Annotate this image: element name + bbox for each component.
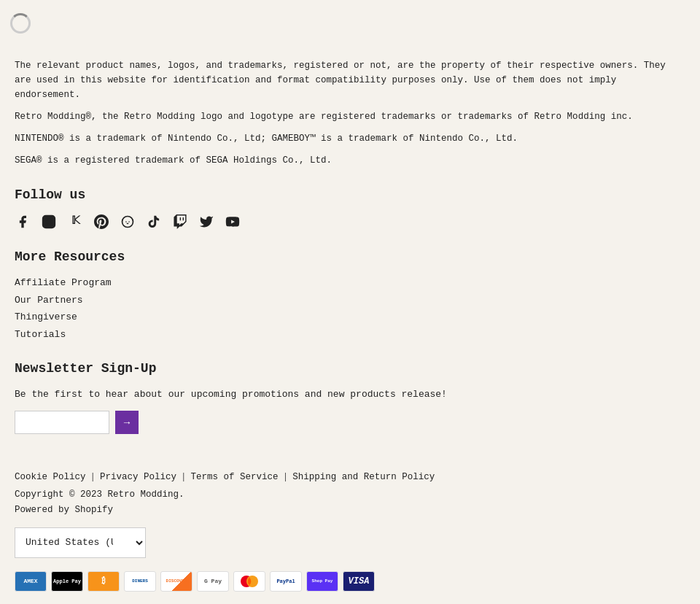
legal-text-3: NINTENDO® is a trademark of Nintendo Co.… (15, 131, 685, 146)
more-resources-list: Affiliate Program Our Partners Thingiver… (15, 276, 685, 341)
legal-text-2: Retro Modding®, the Retro Modding logo a… (15, 109, 685, 124)
newsletter-form (15, 411, 685, 434)
terms-of-service-link[interactable]: Terms of Service (191, 471, 279, 484)
shopify-link[interactable]: Powered by Shopify (15, 505, 113, 515)
reddit-icon[interactable] (120, 214, 136, 230)
list-item[interactable]: Thingiverse (15, 310, 685, 325)
legal-text-1: The relevant product names, logos, and t… (15, 58, 685, 102)
kickstarter-icon[interactable]: 𝕂 (67, 214, 83, 230)
legal-text-4: SEGA® is a registered trademark of SEGA … (15, 153, 685, 168)
twitch-icon[interactable] (172, 214, 188, 230)
list-item[interactable]: Tutorials (15, 328, 685, 342)
paypal-icon: PayPal (270, 571, 302, 592)
separator-2: | (181, 471, 187, 484)
separator-3: | (283, 471, 289, 484)
visa-icon: VISA (343, 571, 375, 592)
social-icons: 𝕂 (15, 214, 685, 230)
facebook-icon[interactable] (15, 214, 31, 230)
tiktok-icon[interactable] (146, 214, 162, 230)
footer-links: Cookie Policy | Privacy Policy | Terms o… (15, 471, 685, 484)
diners-icon: DINERS (124, 571, 156, 592)
country-selector[interactable]: United States (USD $) Canada (CAD $) Uni… (15, 527, 146, 558)
our-partners-link[interactable]: Our Partners (15, 295, 83, 306)
follow-us-title: Follow us (15, 185, 685, 205)
powered-by-text: Powered by Shopify (15, 503, 685, 517)
mastercard-icon (233, 571, 265, 592)
affiliate-program-link[interactable]: Affiliate Program (15, 277, 112, 288)
newsletter-email-input[interactable] (15, 411, 109, 434)
loading-spinner (10, 13, 31, 34)
thingiverse-link[interactable]: Thingiverse (15, 311, 77, 322)
twitter-icon[interactable] (198, 214, 214, 230)
bitcoin-icon: ₿ (88, 571, 120, 592)
newsletter-title: Newsletter Sign-Up (15, 359, 685, 379)
separator-1: | (90, 471, 96, 484)
cookie-policy-link[interactable]: Cookie Policy (15, 471, 86, 484)
more-resources-title: More Resources (15, 247, 685, 267)
youtube-icon[interactable] (225, 214, 241, 230)
list-item[interactable]: Our Partners (15, 293, 685, 308)
discover-icon: DISCOVER (160, 571, 192, 592)
google-pay-icon: G Pay (197, 571, 229, 592)
privacy-policy-link[interactable]: Privacy Policy (100, 471, 176, 484)
apple-pay-icon: Apple Pay (51, 571, 83, 592)
newsletter-submit-button[interactable] (115, 411, 139, 434)
payment-icons: AMEX Apple Pay ₿ DINERS DISCOVER G Pay P… (15, 571, 685, 592)
amex-icon: AMEX (15, 571, 47, 592)
country-selector-wrap: United States (USD $) Canada (CAD $) Uni… (15, 527, 685, 558)
copyright-text: Copyright © 2023 Retro Modding. (15, 488, 685, 502)
shop-pay-icon: Shop Pay (306, 571, 338, 592)
tutorials-link[interactable]: Tutorials (15, 329, 66, 340)
footer-content: The relevant product names, logos, and t… (0, 0, 700, 471)
instagram-icon[interactable] (41, 214, 57, 230)
shipping-return-policy-link[interactable]: Shipping and Return Policy (292, 471, 435, 484)
newsletter-description: Be the first to hear about our upcoming … (15, 387, 685, 402)
list-item[interactable]: Affiliate Program (15, 276, 685, 290)
footer-bottom: Cookie Policy | Privacy Policy | Terms o… (0, 471, 700, 605)
pinterest-icon[interactable] (93, 214, 109, 230)
